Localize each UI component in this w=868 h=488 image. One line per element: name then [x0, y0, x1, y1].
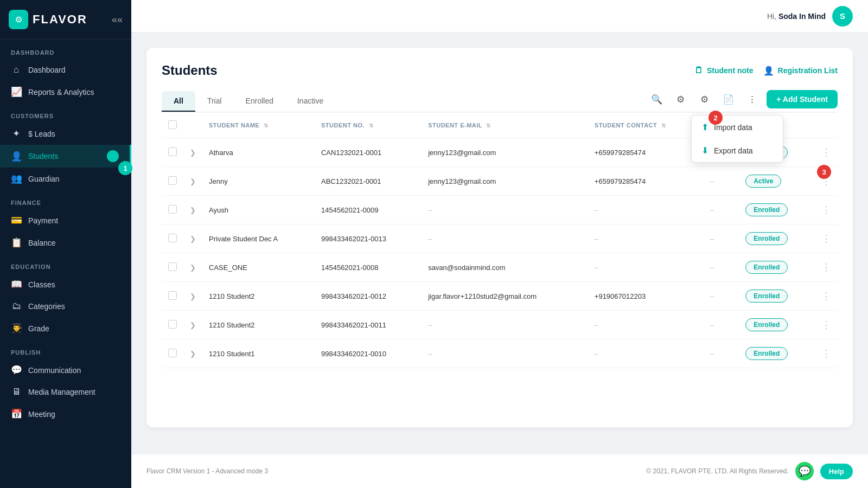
col-email: STUDENT E-MAIL ⇅: [422, 113, 588, 138]
badge-2: 2: [709, 111, 723, 125]
row-menu-2[interactable]: ⋮: [821, 204, 831, 215]
registration-list-button[interactable]: 👤 Registration List: [763, 66, 838, 76]
row-checkbox-2[interactable]: [168, 205, 177, 214]
cell-name-3: Private Student Dec A: [202, 224, 315, 253]
export-button[interactable]: 📄: [719, 90, 737, 108]
cell-email-2: –: [422, 196, 588, 224]
table-body: ❯ Atharva CAN1232021-0001 jenny123@gmail…: [162, 138, 838, 368]
sidebar-item-guardian[interactable]: 👥 Guardian: [0, 168, 131, 190]
expand-icon-7[interactable]: ❯: [190, 350, 196, 358]
tabs-container: AllTrialEnrolledInactive: [162, 91, 335, 111]
sidebar-item-grade[interactable]: 👨‍🎓 Grade: [0, 317, 131, 339]
import-data-item[interactable]: ⬆ Import data: [692, 115, 783, 139]
search-button[interactable]: 🔍: [647, 90, 666, 108]
row-menu-3[interactable]: ⋮: [821, 233, 831, 244]
sidebar-item-label-students: Students: [28, 152, 58, 160]
table-row: ❯ 1210 Student1 998433462021-0010 – – – …: [162, 339, 838, 368]
cell-no-5: 998433462021-0012: [315, 282, 422, 311]
cell-contact-1: +659979285474: [588, 167, 704, 196]
sidebar-item-leads[interactable]: ✦ $ Leads: [0, 123, 131, 145]
registration-icon: 👤: [763, 66, 774, 76]
tab-inactive[interactable]: Inactive: [285, 91, 335, 112]
header-actions: 🗒 Student note 👤 Registration List: [694, 66, 838, 76]
cell-email-7: –: [422, 339, 588, 368]
row-menu-6[interactable]: ⋮: [821, 319, 831, 330]
row-menu-4[interactable]: ⋮: [821, 262, 831, 273]
cell-contact-7: –: [588, 339, 704, 368]
sidebar-item-media[interactable]: 🖥 Media Management: [0, 381, 131, 403]
cell-email-1: jenny123@gmail.com: [422, 167, 588, 196]
table-row: ❯ CASE_ONE 1454562021-0008 savan@sodainm…: [162, 253, 838, 282]
expand-icon-6[interactable]: ❯: [190, 321, 196, 329]
sidebar-item-communication[interactable]: 💬 Communication: [0, 359, 131, 381]
table-row: ❯ 1210 Student2 998433462021-0011 – – – …: [162, 311, 838, 339]
help-button[interactable]: Help: [820, 464, 853, 479]
row-checkbox-0[interactable]: [168, 147, 177, 156]
export-data-item[interactable]: ⬇ Export data: [692, 139, 783, 162]
sidebar-item-categories[interactable]: 🗂 Categories: [0, 296, 131, 317]
row-checkbox-1[interactable]: [168, 176, 177, 185]
more-button[interactable]: ⋮: [743, 90, 761, 108]
logo-icon: ⊙: [9, 10, 28, 29]
filter-button[interactable]: ⚙: [671, 90, 690, 108]
row-checkbox-4[interactable]: [168, 262, 177, 271]
cell-contact-0: +659979285474: [588, 138, 704, 167]
sidebar-item-label-categories: Categories: [28, 302, 65, 311]
tab-trial[interactable]: Trial: [195, 91, 234, 112]
collapse-icon[interactable]: ««: [112, 14, 123, 25]
page-card: 1 2 3 Students 🗒 Student note 👤 Registra…: [146, 48, 853, 427]
cell-email-6: –: [422, 311, 588, 339]
expand-icon-4[interactable]: ❯: [190, 264, 196, 272]
settings-button[interactable]: ⚙: [695, 90, 713, 108]
row-menu-7[interactable]: ⋮: [821, 348, 831, 359]
dropdown-menu: ⬆ Import data ⬇ Export data: [691, 115, 783, 163]
sidebar: ⊙ FLAVOR «« DASHBOARD ⌂ Dashboard 📈 Repo…: [0, 0, 131, 488]
cell-contact-3: –: [588, 224, 704, 253]
sidebar-item-payment[interactable]: 💳 Payment: [0, 209, 131, 232]
tab-enrolled[interactable]: Enrolled: [234, 91, 285, 112]
sidebar-item-label-balance: Balance: [28, 239, 56, 247]
row-menu-5[interactable]: ⋮: [821, 291, 831, 301]
sidebar-item-label-media: Media Management: [28, 388, 95, 396]
main-content: Hi, Soda In Mind S 1 2 3 Students 🗒 Stud…: [131, 0, 868, 488]
sidebar-item-meeting[interactable]: 📅 Meeting: [0, 403, 131, 425]
sidebar-item-label-communication: Communication: [28, 366, 81, 375]
cell-status-3: Enrolled: [739, 224, 815, 253]
grade-icon: 👨‍🎓: [11, 323, 22, 334]
expand-icon-3[interactable]: ❯: [190, 235, 196, 243]
col-contact: STUDENT CONTACT ⇅: [588, 113, 704, 138]
sidebar-item-balance[interactable]: 📋 Balance: [0, 232, 131, 254]
row-menu-0[interactable]: ⋮: [821, 147, 831, 158]
header-checkbox[interactable]: [168, 120, 177, 129]
whatsapp-button[interactable]: 💬: [795, 462, 814, 480]
sidebar-item-dashboard[interactable]: ⌂ Dashboard: [0, 59, 131, 81]
categories-icon: 🗂: [11, 301, 22, 312]
sidebar-item-label-classes: Classes: [28, 280, 55, 289]
expand-icon-1[interactable]: ❯: [190, 177, 196, 185]
cell-email-5: jigar.flavor+1210stud2@gmail.com: [422, 282, 588, 311]
tab-all[interactable]: All: [162, 91, 195, 112]
expand-icon-0[interactable]: ❯: [190, 149, 196, 157]
row-checkbox-3[interactable]: [168, 234, 177, 242]
cell-status-5: Enrolled: [739, 282, 815, 311]
cell-contact-4: –: [588, 253, 704, 282]
footer-copyright: © 2021, FLAVOR PTE. LTD. All Rights Rese…: [646, 467, 789, 475]
cell-extra-6: –: [704, 311, 739, 339]
sidebar-item-classes[interactable]: 📖 Classes: [0, 273, 131, 296]
cell-status-6: Enrolled: [739, 311, 815, 339]
expand-icon-2[interactable]: ❯: [190, 206, 196, 214]
cell-status-7: Enrolled: [739, 339, 815, 368]
col-no: STUDENT NO. ⇅: [315, 113, 422, 138]
cell-extra-3: –: [704, 224, 739, 253]
row-checkbox-6[interactable]: [168, 320, 177, 329]
sidebar-item-reports[interactable]: 📈 Reports & Analytics: [0, 81, 131, 103]
filter-bar: AllTrialEnrolledInactive 🔍 ⚙ ⚙ 📄 ⋮ + Add…: [162, 90, 838, 113]
cell-no-3: 998433462021-0013: [315, 224, 422, 253]
add-student-button[interactable]: + Add Student: [767, 90, 838, 108]
sidebar-item-students[interactable]: 👤 Students: [0, 145, 131, 168]
student-note-button[interactable]: 🗒 Student note: [694, 66, 754, 75]
cell-name-6: 1210 Student2: [202, 311, 315, 339]
expand-icon-5[interactable]: ❯: [190, 292, 196, 300]
row-checkbox-5[interactable]: [168, 291, 177, 300]
row-checkbox-7[interactable]: [168, 349, 177, 357]
